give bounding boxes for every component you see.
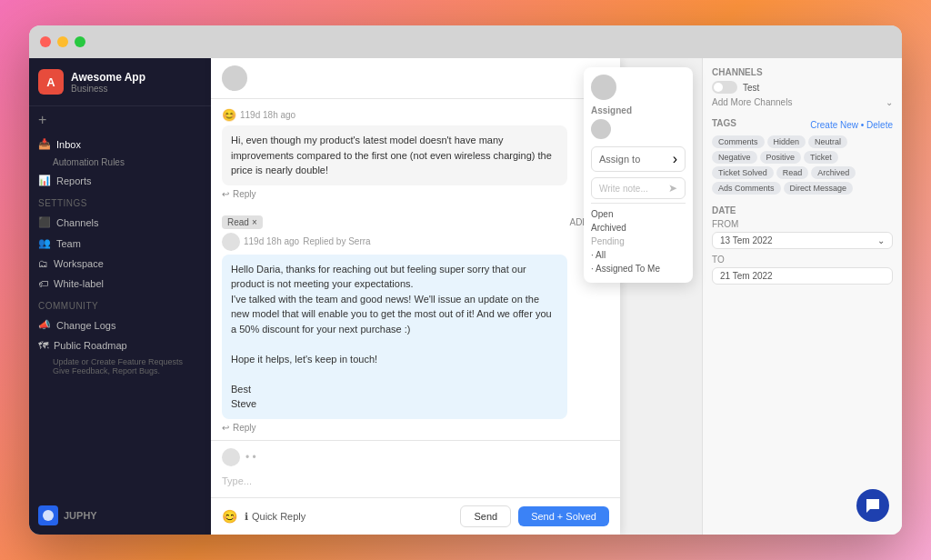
tag-positive[interactable]: Positive xyxy=(760,151,802,164)
from-date-icon: ⌄ xyxy=(877,235,885,245)
team-label: Team xyxy=(56,238,81,249)
conversation-avatar xyxy=(222,65,247,91)
note-send-icon[interactable]: ➤ xyxy=(668,182,677,195)
tag-read[interactable]: Read xyxy=(776,166,809,179)
roadmap-icon: 🗺 xyxy=(38,340,48,351)
inbox-icon: 📥 xyxy=(38,138,51,150)
message-time-2: 119d 18h ago xyxy=(244,236,299,246)
add-channels-label: Add More Channels xyxy=(712,97,792,107)
svg-point-0 xyxy=(43,510,54,521)
assign-to-row[interactable]: Assign to › xyxy=(591,146,686,172)
reply-icon-1: ↩ xyxy=(222,189,229,199)
message-block-1: 😊 119d 18h ago Hi, even though my produc… xyxy=(222,108,609,199)
from-date-value: 13 Tem 2022 xyxy=(720,235,773,245)
note-input-row: Write note... ➤ xyxy=(591,177,686,199)
community-sub-text: Update or Create Feature RequestsGive Fe… xyxy=(29,355,211,377)
channel-toggle[interactable] xyxy=(712,81,737,94)
send-solved-button[interactable]: Send + Solved xyxy=(518,506,609,526)
typing-indicator: • • xyxy=(245,451,256,464)
status-assign-all[interactable]: · All xyxy=(591,248,686,262)
sidebar-item-changelogs[interactable]: 📣 Change Logs xyxy=(29,315,211,335)
reply-button-2[interactable]: ↩ Reply xyxy=(222,423,609,433)
channels-icon: ⬛ xyxy=(38,216,51,228)
roadmap-label: Public Roadmap xyxy=(54,340,127,351)
emoji-icon-1: 😊 xyxy=(222,108,236,122)
conversation-messages: 😊 119d 18h ago Hi, even though my produc… xyxy=(211,99,620,440)
quick-reply-info-icon: ℹ xyxy=(245,511,248,523)
write-note-input[interactable]: Write note... xyxy=(599,184,665,194)
tag-ticket-solved[interactable]: Ticket Solved xyxy=(712,166,774,179)
sidebar-item-workspace[interactable]: 🗂 Workspace xyxy=(29,254,211,274)
app-icon: A xyxy=(38,69,64,95)
status-pending[interactable]: Pending xyxy=(591,235,686,248)
from-date-input[interactable]: 13 Tem 2022 ⌄ xyxy=(712,232,893,249)
add-channels-button[interactable]: Add More Channels ⌄ xyxy=(712,97,893,107)
reports-label: Reports xyxy=(56,175,92,186)
sidebar-item-channels[interactable]: ⬛ Channels xyxy=(29,212,211,233)
sidebar-header: A Awesome App Business xyxy=(29,58,211,106)
conversation-header xyxy=(211,58,620,99)
app-window: A Awesome App Business + 📥 Inbox Automat… xyxy=(29,25,902,535)
message-time-1: 119d 18h ago xyxy=(240,110,295,120)
assign-to-label: Assign to xyxy=(599,154,640,165)
reply-button-1[interactable]: ↩ Reply xyxy=(222,189,609,199)
tag-ads-comments[interactable]: Ads Comments xyxy=(712,182,781,195)
team-icon: 👥 xyxy=(38,237,51,249)
quick-reply-button[interactable]: ℹ Quick Reply xyxy=(245,511,305,523)
sidebar-item-team[interactable]: 👥 Team xyxy=(29,233,211,254)
sidebar-item-roadmap[interactable]: 🗺 Public Roadmap xyxy=(29,335,211,355)
status-archived[interactable]: Archived xyxy=(591,221,686,235)
tag-close-icon[interactable]: × xyxy=(252,217,257,227)
sidebar-item-whitelabel[interactable]: 🏷 White-label xyxy=(29,274,211,294)
tags-links[interactable]: Create New • Delete xyxy=(810,120,893,130)
workspace-icon: 🗂 xyxy=(38,258,48,269)
chat-fab-button[interactable] xyxy=(856,489,889,522)
sidebar-item-reports[interactable]: 📊 Reports xyxy=(29,170,211,191)
sidebar-item-automation[interactable]: Automation Rules xyxy=(29,155,211,170)
juphy-logo-text: JUPHY xyxy=(64,510,97,521)
tag-hidden[interactable]: Hidden xyxy=(767,135,806,148)
tag-archived[interactable]: Archived xyxy=(811,166,856,179)
assigned-label: Assigned xyxy=(591,105,686,115)
conversation-footer: 😊 ℹ Quick Reply Send Send + Solved xyxy=(211,497,620,535)
status-assigned-to-me[interactable]: · Assigned To Me xyxy=(591,262,686,275)
main-content: 😊 119d 18h ago Hi, even though my produc… xyxy=(211,58,902,535)
minimize-dot[interactable] xyxy=(57,36,68,47)
tags-header-row: Tags Create New • Delete xyxy=(712,118,893,132)
read-tag[interactable]: Read × xyxy=(222,215,263,229)
tag-ticket[interactable]: Ticket xyxy=(804,151,838,164)
emoji-picker-icon[interactable]: 😊 xyxy=(222,509,237,524)
send-button[interactable]: Send xyxy=(460,505,511,527)
reply-label-1: Reply xyxy=(233,189,256,199)
to-date-input[interactable]: 21 Tem 2022 xyxy=(712,267,893,285)
message-input[interactable]: Type... xyxy=(222,472,609,490)
message-meta-2: 119d 18h ago Replied by Serra xyxy=(222,233,609,251)
reports-icon: 📊 xyxy=(38,175,51,186)
sidebar-item-inbox[interactable]: 📥 Inbox xyxy=(29,134,211,155)
maximize-dot[interactable] xyxy=(75,36,85,47)
status-open[interactable]: Open xyxy=(591,207,686,221)
channel-name-test: Test xyxy=(743,83,759,93)
add-channels-icon: ⌄ xyxy=(886,97,893,107)
message-meta-1: 😊 119d 18h ago xyxy=(222,108,609,122)
tag-negative[interactable]: Negative xyxy=(712,151,757,164)
assign-to-chevron-icon: › xyxy=(673,151,677,167)
tag-comments[interactable]: Comments xyxy=(712,135,765,148)
reply-label-2: Reply xyxy=(233,423,256,433)
message-bubble-1: Hi, even though my product's latest mode… xyxy=(222,125,567,185)
typing-area: • • Type... xyxy=(211,440,620,497)
whitelabel-label: White-label xyxy=(54,278,104,289)
to-label: TO xyxy=(712,255,893,265)
tag-row: Read × ADD TAG xyxy=(222,212,609,233)
settings-section-label: Settings xyxy=(29,191,211,212)
sidebar-footer: JUPHY xyxy=(29,496,211,535)
tag-direct-message[interactable]: Direct Message xyxy=(784,182,854,195)
tag-neutral[interactable]: Neutral xyxy=(808,135,847,148)
status-assigned-avatar xyxy=(591,119,611,139)
channels-label: Channels xyxy=(56,217,98,228)
message-block-2: 119d 18h ago Replied by Serra Hello Dari… xyxy=(222,233,609,433)
to-date-value: 21 Tem 2022 xyxy=(720,271,773,281)
close-dot[interactable] xyxy=(40,36,51,47)
tags-section: Tags Create New • Delete Comments Hidden… xyxy=(712,118,893,195)
add-button[interactable]: + xyxy=(29,106,211,134)
